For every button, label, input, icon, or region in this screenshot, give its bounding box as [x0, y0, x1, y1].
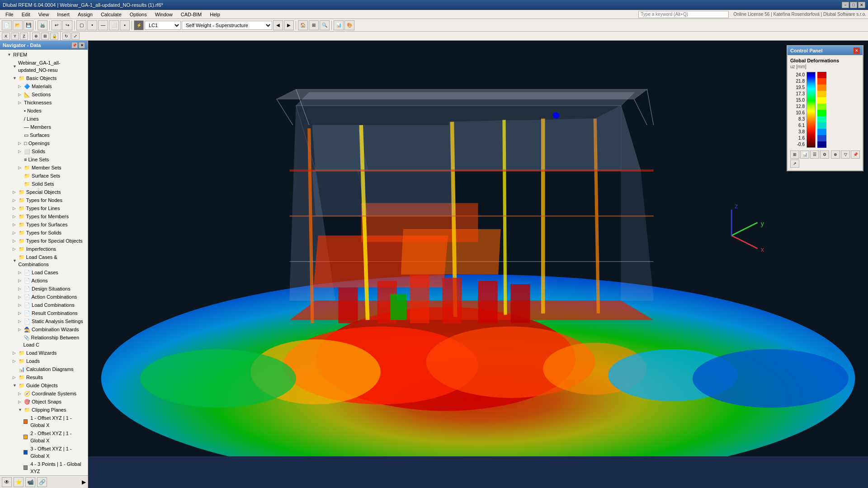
sidebar-item-types-special[interactable]: ▷ 📁 Types for Special Objects	[0, 237, 88, 245]
sidebar-item-materials[interactable]: ▷ 🔷 Materials	[0, 82, 88, 90]
sidebar-item-result-combinations[interactable]: ▷ 📄 Result Combinations	[0, 309, 88, 317]
sidebar-item-loads[interactable]: ▷ 📁 Loads	[0, 357, 88, 365]
minimize-button[interactable]: −	[842, 2, 849, 8]
sidebar-item-clipping-planes[interactable]: ▼ 📁 Clipping Planes	[0, 406, 88, 414]
sidebar-item-actions[interactable]: ▷ 📄 Actions	[0, 277, 88, 285]
viewport-area[interactable]: x y z Control Panel ✕ Global Deformation…	[88, 41, 868, 488]
lc-name-selector[interactable]: Self Weight - Superstructure	[182, 21, 272, 30]
tb2-btn1[interactable]: X	[2, 33, 10, 40]
sidebar-item-solid-sets[interactable]: 📁 Solid Sets	[0, 180, 88, 188]
menu-calculate[interactable]: Calculate	[97, 11, 125, 18]
menu-cadbim[interactable]: CAD-BIM	[177, 11, 205, 18]
sidebar-item-action-combinations[interactable]: ▷ 📄 Action Combinations	[0, 293, 88, 301]
sidebar-item-surfaces[interactable]: ▭ Surfaces	[0, 131, 88, 139]
tb2-btn2[interactable]: Y	[11, 33, 19, 40]
line-btn[interactable]: —	[98, 20, 108, 30]
nav-close-btn[interactable]: ✕	[79, 42, 85, 48]
maximize-button[interactable]: □	[850, 2, 857, 8]
view2-btn[interactable]: ⊞	[309, 20, 319, 30]
open-btn[interactable]: 📂	[13, 20, 23, 30]
cp-btn-settings[interactable]: ⚙	[820, 150, 829, 159]
sidebar-item-member-sets[interactable]: ▷ 📁 Member Sets	[0, 164, 88, 172]
sidebar-item-load-cases-combos[interactable]: ▼ 📁 Load Cases & Combinations	[0, 253, 88, 268]
next-lc-btn[interactable]: ▶	[284, 20, 294, 30]
menu-window[interactable]: Window	[151, 11, 176, 18]
calculate-btn[interactable]: ⚡	[134, 20, 144, 30]
disp-btn[interactable]: 📊	[334, 20, 344, 30]
sidebar-item-relationship[interactable]: 📎 Relationship Between Load C	[0, 333, 88, 349]
menu-insert[interactable]: Insert	[53, 11, 73, 18]
nav-btn-video[interactable]: 📹	[25, 477, 35, 487]
sidebar-item-static-analysis[interactable]: ▷ 📄 Static Analysis Settings	[0, 317, 88, 325]
menu-options[interactable]: Options	[126, 11, 151, 18]
sidebar-item-basic-objects[interactable]: ▼ 📁 Basic Objects	[0, 74, 88, 82]
sidebar-item-types-members[interactable]: ▷ 📁 Types for Members	[0, 212, 88, 221]
sidebar-item-clip4[interactable]: 4 - 3 Points | 1 - Global XYZ	[0, 460, 88, 475]
select-btn[interactable]: ▢	[76, 20, 86, 30]
close-button[interactable]: ✕	[858, 2, 865, 8]
sidebar-item-surface-sets[interactable]: 📁 Surface Sets	[0, 172, 88, 180]
view3-btn[interactable]: 🔍	[320, 20, 330, 30]
keyword-search[interactable]	[638, 11, 729, 18]
nav-btn-eye[interactable]: 👁	[2, 477, 12, 487]
new-btn[interactable]: 📄	[2, 20, 12, 30]
tb2-rot[interactable]: ↻	[62, 33, 71, 40]
tb2-snap[interactable]: ⊕	[32, 33, 40, 40]
color-btn[interactable]: 🎨	[344, 20, 354, 30]
sidebar-item-guide-objects[interactable]: ▼ 📁 Guide Objects	[0, 381, 88, 389]
cp-btn-chart[interactable]: 📊	[800, 150, 809, 159]
sidebar-item-members[interactable]: — Members	[0, 123, 88, 131]
sidebar-item-sections[interactable]: ▷ 📐 Sections	[0, 90, 88, 99]
redo-btn[interactable]: ↪	[62, 20, 72, 30]
tb2-lock[interactable]: 🔒	[50, 33, 58, 40]
sidebar-item-imperfections[interactable]: ▷ 📁 Imperfections	[0, 245, 88, 253]
sidebar-item-coord-systems[interactable]: ▷ 🧭 Coordinate Systems	[0, 389, 88, 398]
undo-btn[interactable]: ↩	[52, 20, 61, 30]
nav-pin-btn[interactable]: 📌	[71, 42, 78, 48]
nav-project[interactable]: ▼ Webinar_GA-1_all-updated_NO-resu	[0, 59, 88, 74]
sidebar-item-results[interactable]: ▷ 📁 Results	[0, 373, 88, 381]
tb2-btn3[interactable]: Z	[20, 33, 28, 40]
lc-selector[interactable]: LC1	[145, 21, 181, 30]
surface-btn[interactable]: ▪	[120, 20, 130, 30]
sidebar-item-thicknesses[interactable]: ▷ Thicknesses	[0, 99, 88, 107]
nav-btn-flag[interactable]: 🔗	[37, 477, 47, 487]
sidebar-item-clip2[interactable]: 2 - Offset XYZ | 1 - Global X	[0, 429, 88, 445]
cp-close-btn[interactable]: ✕	[854, 47, 860, 54]
sidebar-item-load-wizards[interactable]: ▷ 📁 Load Wizards	[0, 349, 88, 357]
menu-help[interactable]: Help	[206, 11, 224, 18]
sidebar-item-solids[interactable]: ▷ ⬜ Solids	[0, 147, 88, 155]
prev-lc-btn[interactable]: ◀	[273, 20, 283, 30]
print-btn[interactable]: 🖨️	[38, 20, 47, 30]
sidebar-item-openings[interactable]: ▷ □ Openings	[0, 139, 88, 147]
cp-btn-add[interactable]: ⊕	[831, 150, 840, 159]
nav-rfem-root[interactable]: ▼ RFEM	[0, 51, 88, 59]
cp-btn-filter[interactable]: ▽	[841, 150, 850, 159]
sidebar-item-combo-wizards[interactable]: ▷ 🧙 Combination Wizards	[0, 325, 88, 333]
menu-assign[interactable]: Assign	[74, 11, 96, 18]
sidebar-item-line-sets[interactable]: ≡ Line Sets	[0, 155, 88, 164]
sidebar-item-design-situations[interactable]: ▷ 📄 Design Situations	[0, 285, 88, 293]
cp-btn-export[interactable]: ↗	[790, 160, 799, 168]
cp-btn-table[interactable]: ⊞	[790, 150, 799, 159]
menu-edit[interactable]: Edit	[18, 11, 34, 18]
sidebar-item-clip1[interactable]: 1 - Offset XYZ | 1 - Global X	[0, 414, 88, 429]
node-btn[interactable]: •	[87, 20, 97, 30]
sidebar-item-lines[interactable]: / Lines	[0, 115, 88, 123]
sidebar-item-clip3[interactable]: 3 - Offset XYZ | 1 - Global X	[0, 445, 88, 460]
sidebar-item-load-combinations[interactable]: ▷ 📄 Load Combinations	[0, 301, 88, 309]
sidebar-item-nodes[interactable]: • Nodes	[0, 107, 88, 115]
sidebar-item-load-cases[interactable]: ▷ 📄 Load Cases	[0, 268, 88, 277]
save-btn[interactable]: 💾	[24, 20, 33, 30]
sidebar-item-calc-diagrams[interactable]: 📊 Calculation Diagrams	[0, 365, 88, 373]
cp-btn-list[interactable]: ☰	[810, 150, 819, 159]
sidebar-item-types-surfaces[interactable]: ▷ 📁 Types for Surfaces	[0, 221, 88, 229]
view1-btn[interactable]: 🏠	[298, 20, 308, 30]
sidebar-item-types-lines[interactable]: ▷ 📁 Types for Lines	[0, 204, 88, 212]
tb2-grid[interactable]: ⊞	[41, 33, 49, 40]
sidebar-item-types-nodes[interactable]: ▷ 📁 Types for Nodes	[0, 196, 88, 204]
sidebar-item-object-snaps[interactable]: ▷ 🎯 Object Snaps	[0, 398, 88, 406]
nav-scroll-right[interactable]: ▶	[82, 479, 86, 485]
member-btn[interactable]: ⬜	[109, 20, 119, 30]
nav-btn-star[interactable]: ⭐	[14, 477, 24, 487]
